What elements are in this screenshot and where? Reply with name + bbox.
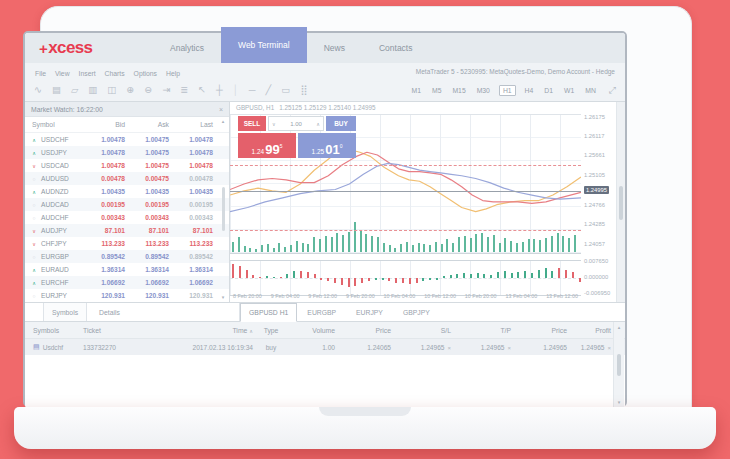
- table-scroll-thumb[interactable]: [617, 354, 621, 376]
- market-watch-row-audchf[interactable]: ○AUDCHF0.003430.003430.00343: [25, 211, 229, 224]
- menu-file[interactable]: File: [35, 70, 46, 77]
- column-s-l[interactable]: S/L: [391, 327, 451, 334]
- candlestick-icon[interactable]: ◫: [107, 85, 116, 95]
- menu-help[interactable]: Help: [166, 70, 180, 77]
- close-icon[interactable]: ×: [219, 106, 223, 113]
- menu-view[interactable]: View: [55, 70, 70, 77]
- lot-stepper[interactable]: ∨ 1.00 ∧: [268, 116, 324, 131]
- column-t-p[interactable]: T/P: [451, 327, 511, 334]
- scroll-up-icon[interactable]: ▴: [618, 324, 621, 330]
- column-profit[interactable]: Profit: [567, 327, 611, 334]
- column-time[interactable]: Time∧: [153, 327, 253, 334]
- market-watch-row-usdchf[interactable]: ∧USDCHF1.004781.004751.00478: [25, 133, 229, 146]
- volume-bar: [562, 236, 564, 253]
- timeframe-h1[interactable]: H1: [499, 85, 516, 96]
- indicator-bar: [239, 261, 241, 295]
- crosshair-icon[interactable]: ┼: [216, 85, 223, 95]
- menu-insert[interactable]: Insert: [79, 70, 96, 77]
- indicator-bar: [470, 261, 472, 295]
- market-watch-row-audusd[interactable]: ○AUDUSD0.004780.004750.00478: [25, 172, 229, 185]
- buy-button[interactable]: BUY: [326, 116, 356, 131]
- shift-end-icon[interactable]: ⇥: [162, 85, 170, 95]
- market-watch-row-audnzd[interactable]: ∧AUDNZD1.004351.004351.00435: [25, 185, 229, 198]
- open-folder-icon[interactable]: ▱: [71, 85, 78, 95]
- tab-symbols[interactable]: Symbols: [43, 303, 87, 321]
- market-watch-row-euraud[interactable]: ∧EURAUD1.363141.363141.36314: [25, 263, 229, 276]
- market-watch-row-eurjpy[interactable]: ○EURJPY120.931120.931120.931: [25, 289, 229, 302]
- tab-eurjpy[interactable]: EURJPY: [346, 303, 393, 321]
- new-order-icon[interactable]: ▤: [52, 85, 61, 95]
- column-symbols[interactable]: Symbols: [25, 327, 75, 334]
- indicator-pane[interactable]: [230, 260, 581, 296]
- sell-price-button[interactable]: 1.24995: [238, 133, 296, 158]
- nav-tab-contacts[interactable]: Contacts: [362, 33, 430, 63]
- lot-increase-icon[interactable]: ∧: [316, 121, 320, 127]
- trade-row[interactable]: ▤Usdchf1337322702017.02.13 16:19:34buy1.…: [25, 339, 625, 355]
- timeframe-d1[interactable]: D1: [542, 85, 555, 96]
- timeframe-m5[interactable]: M5: [430, 85, 443, 96]
- scroll-down-icon[interactable]: ▾: [222, 294, 225, 300]
- nav-tab-web-terminal[interactable]: Web Terminal: [221, 27, 307, 63]
- nav-tab-news[interactable]: News: [307, 33, 362, 63]
- market-watch-row-chfjpy[interactable]: ∨CHFJPY113.233113.233113.233: [25, 237, 229, 250]
- tab-gbpusd-h1[interactable]: GBPUSD H1: [240, 303, 297, 322]
- comment-icon[interactable]: ▭: [281, 85, 290, 95]
- column-price[interactable]: Price: [511, 327, 567, 334]
- ask-value: 113.233: [127, 240, 171, 247]
- column-volume[interactable]: Volume: [289, 327, 335, 334]
- grid-icon[interactable]: ⣿: [300, 85, 307, 95]
- tab-details[interactable]: Details: [87, 303, 240, 321]
- timeframe-mn[interactable]: MN: [583, 85, 598, 96]
- lot-value[interactable]: 1.00: [290, 121, 302, 127]
- tab-gbpjpy[interactable]: GBPJPY: [393, 303, 440, 321]
- fxcess-logo[interactable]: +xcess: [39, 38, 92, 58]
- table-scrollbar[interactable]: ▴ ▾: [613, 322, 624, 407]
- column-ticket[interactable]: Ticket: [75, 327, 153, 334]
- price-axis[interactable]: 1.261751.261171.256611.251051.249951.247…: [581, 114, 617, 252]
- timeframe-w1[interactable]: W1: [562, 85, 576, 96]
- market-watch-scrollbar[interactable]: ▴ ▾: [218, 118, 228, 300]
- zoom-in-icon[interactable]: ⊕: [126, 85, 134, 95]
- lot-decrease-icon[interactable]: ∨: [272, 121, 276, 127]
- row-price: 1.24065: [335, 344, 391, 351]
- horizontal-line-icon[interactable]: ─: [249, 85, 256, 95]
- indicator-bar: [246, 261, 248, 295]
- market-watch-row-audjpy[interactable]: ∨AUDJPY87.10187.10187.101: [25, 224, 229, 237]
- column-type[interactable]: Type: [253, 327, 289, 334]
- column-last[interactable]: Last: [171, 121, 215, 128]
- time-axis[interactable]: 8 Feb 20:009 Feb 04:009 Feb 12:009 Feb 2…: [230, 293, 581, 301]
- column-bid[interactable]: Bid: [83, 121, 127, 128]
- market-watch-row-usdjpy[interactable]: ∧USDJPY1.004781.004751.00478: [25, 146, 229, 159]
- tab-eurgbp[interactable]: EURGBP: [297, 303, 346, 321]
- scroll-down-icon[interactable]: ▾: [618, 399, 621, 405]
- expand-icon[interactable]: ⤢: [609, 85, 616, 96]
- line-chart-icon[interactable]: ∿: [34, 85, 42, 95]
- column-price[interactable]: Price: [335, 327, 391, 334]
- scale-icon[interactable]: ≣: [180, 85, 188, 95]
- chart-scroll-thumb[interactable]: [619, 186, 623, 220]
- column-symbol[interactable]: Symbol: [25, 121, 83, 128]
- trend-line-icon[interactable]: ╱: [265, 85, 271, 95]
- cursor-icon[interactable]: ↖: [198, 85, 206, 95]
- column-ask[interactable]: Ask: [127, 121, 171, 128]
- market-watch-row-eurchf[interactable]: ∧EURCHF1.066921.066921.06692: [25, 276, 229, 289]
- price-axis-label: 1.24766: [584, 202, 605, 208]
- buy-price-button[interactable]: 1.25010: [298, 133, 356, 158]
- menu-charts[interactable]: Charts: [105, 70, 125, 77]
- zoom-out-icon[interactable]: ⊖: [144, 85, 152, 95]
- menu-options[interactable]: Options: [134, 70, 157, 77]
- market-watch-row-usdcad[interactable]: ∨USDCAD1.004781.004751.00478: [25, 159, 229, 172]
- sell-button[interactable]: SELL: [238, 116, 266, 131]
- nav-tab-analytics[interactable]: Analytics: [153, 33, 221, 63]
- timeframe-m15[interactable]: M15: [450, 85, 467, 96]
- scroll-up-icon[interactable]: ▴: [222, 118, 225, 124]
- market-watch-row-audcad[interactable]: ○AUDCAD0.001950.001950.00195: [25, 198, 229, 211]
- remove-icon[interactable]: ×: [607, 345, 611, 351]
- market-watch-row-eurgbp[interactable]: ○EURGBP0.895420.895420.89542: [25, 250, 229, 263]
- scroll-thumb[interactable]: [222, 187, 225, 231]
- timeframe-h4[interactable]: H4: [523, 85, 536, 96]
- timeframe-m30[interactable]: M30: [475, 85, 492, 96]
- timeframe-m1[interactable]: M1: [410, 85, 423, 96]
- bar-chart-icon[interactable]: ▥: [88, 85, 97, 95]
- chart-scrollbar[interactable]: [616, 102, 625, 302]
